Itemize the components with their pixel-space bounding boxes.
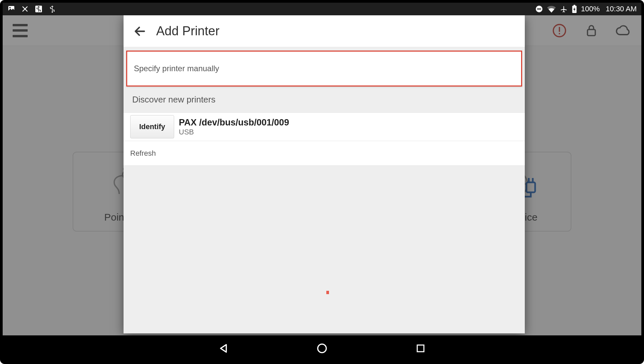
indicator-dot xyxy=(326,291,329,294)
refresh-label: Refresh xyxy=(130,149,156,158)
svg-point-5 xyxy=(50,7,51,8)
nav-back-button[interactable] xyxy=(215,340,231,356)
battery-percent: 100% xyxy=(581,5,600,13)
usb-square-icon xyxy=(35,5,43,13)
printer-subtitle: USB xyxy=(179,128,289,136)
svg-rect-6 xyxy=(54,11,55,12)
identify-button[interactable]: Identify xyxy=(130,115,174,138)
back-button[interactable] xyxy=(132,23,148,40)
crossed-swords-icon xyxy=(21,5,29,13)
specify-manually-row[interactable]: Specify printer manually xyxy=(126,51,522,87)
clock-time: 10:30 AM xyxy=(606,5,637,13)
system-nav-bar xyxy=(3,335,641,361)
usb-icon xyxy=(49,5,56,13)
dnd-icon xyxy=(535,5,543,13)
discovered-printer-row[interactable]: Identify PAX /dev/bus/usb/001/009 USB xyxy=(124,112,525,141)
svg-point-7 xyxy=(52,11,53,13)
nav-recent-button[interactable] xyxy=(413,340,429,356)
svg-rect-11 xyxy=(573,5,575,6)
airplane-icon xyxy=(560,5,568,13)
svg-point-1 xyxy=(9,7,11,8)
specify-manually-label: Specify printer manually xyxy=(134,64,219,73)
dialog-header: Add Printer xyxy=(124,15,525,47)
svg-point-3 xyxy=(37,8,38,9)
nav-home-button[interactable] xyxy=(314,340,330,356)
svg-point-21 xyxy=(318,344,326,353)
refresh-row[interactable]: Refresh xyxy=(124,141,525,166)
wifi-icon xyxy=(547,5,556,13)
svg-rect-22 xyxy=(417,345,424,352)
battery-charging-icon xyxy=(572,5,577,13)
printer-name: PAX /dev/bus/usb/001/009 xyxy=(179,117,289,128)
dialog-title: Add Printer xyxy=(156,24,219,38)
svg-rect-9 xyxy=(537,9,541,10)
svg-rect-4 xyxy=(40,11,41,12)
add-printer-dialog: Add Printer Specify printer manually Dis… xyxy=(124,15,525,333)
discover-section-header: Discover new printers xyxy=(124,87,525,112)
status-bar: 100% 10:30 AM xyxy=(3,3,641,15)
image-icon xyxy=(7,5,15,13)
